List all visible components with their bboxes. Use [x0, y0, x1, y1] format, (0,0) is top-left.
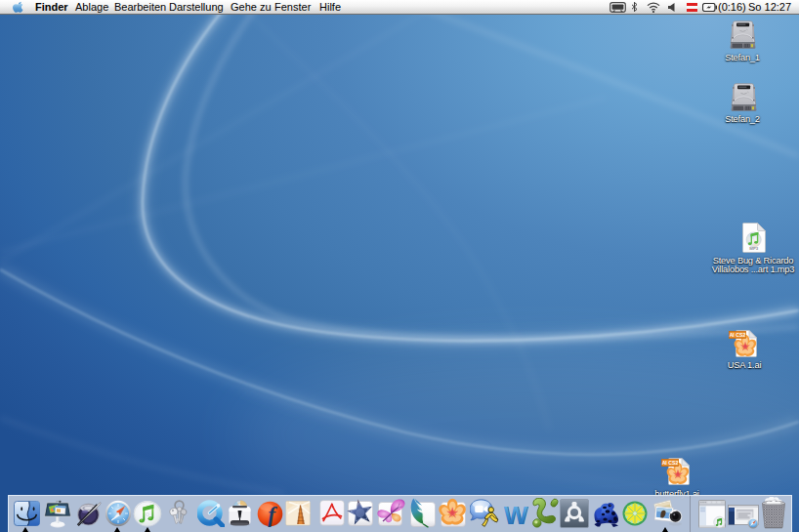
svg-text:W: W: [504, 501, 528, 528]
